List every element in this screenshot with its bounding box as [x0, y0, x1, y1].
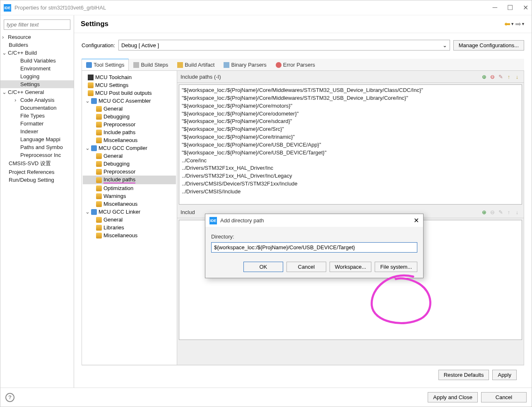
- cc-general[interactable]: General: [83, 152, 176, 160]
- tree-filetypes[interactable]: File Types: [0, 112, 74, 120]
- include-paths-list[interactable]: "${workspace_loc:/${ProjName}/Core/Middl…: [179, 84, 522, 205]
- nav-forward-icon[interactable]: ➡: [515, 19, 521, 29]
- up-icon: ↑: [508, 209, 510, 215]
- include-path-item[interactable]: ../Drivers/CMSIS/Device/ST/STM32F1xx/Inc…: [182, 180, 519, 188]
- tree-builders[interactable]: Builders: [0, 41, 74, 49]
- cc-preprocessor[interactable]: Preprocessor: [83, 168, 176, 176]
- include-path-item[interactable]: "${workspace_loc:/${ProjName}/Core/Middl…: [182, 87, 519, 94]
- cc-warnings[interactable]: Warnings: [83, 192, 176, 200]
- gear-icon: [91, 209, 97, 215]
- help-button[interactable]: ?: [5, 393, 14, 402]
- delete-icon: ⊖: [490, 209, 495, 215]
- ok-button[interactable]: OK: [243, 262, 283, 272]
- include-path-item[interactable]: ../Drivers/STM32F1xx_HAL_Driver/Inc: [182, 164, 519, 172]
- folder-icon: [96, 177, 102, 183]
- tree-preproc[interactable]: Preprocessor Inc: [0, 151, 74, 159]
- include-path-item[interactable]: "${workspace_loc:/${ProjName}/Core/trina…: [182, 133, 519, 141]
- tree-cmsis[interactable]: CMSIS-SVD 设置: [0, 159, 74, 168]
- nav-forward-menu[interactable]: ▼: [521, 22, 525, 26]
- include-path-item[interactable]: ../Core/Inc: [182, 157, 519, 165]
- tool-mcu-settings[interactable]: MCU Settings: [83, 81, 176, 89]
- tab-build-artifact[interactable]: Build Artifact: [173, 59, 219, 70]
- move-up-button[interactable]: ↑: [506, 73, 512, 80]
- ld-general[interactable]: General: [83, 216, 176, 224]
- tool-assembler[interactable]: ⌄MCU GCC Assembler: [83, 97, 176, 105]
- dialog-close-button[interactable]: ✕: [414, 217, 419, 224]
- tree-resource[interactable]: ›Resource: [0, 33, 74, 41]
- cancel-button[interactable]: Cancel: [481, 392, 527, 402]
- maximize-button[interactable]: ☐: [507, 4, 513, 12]
- tool-compiler[interactable]: ⌄MCU GCC Compiler: [83, 144, 176, 152]
- delete-button[interactable]: ⊖: [489, 73, 496, 80]
- minimize-button[interactable]: ─: [493, 4, 497, 12]
- include-path-item[interactable]: ../Drivers/CMSIS/Include: [182, 188, 519, 196]
- tab-error-parsers[interactable]: Error Parsers: [271, 59, 320, 70]
- tool-linker[interactable]: ⌄MCU GCC Linker: [83, 208, 176, 216]
- tree-codeanalysis[interactable]: ›Code Analysis: [0, 96, 74, 104]
- tree-logging[interactable]: Logging: [0, 72, 74, 80]
- restore-defaults-button[interactable]: Restore Defaults: [438, 370, 489, 380]
- tree-documentation[interactable]: Documentation: [0, 104, 74, 112]
- asm-debugging[interactable]: Debugging: [83, 113, 176, 120]
- move-down-button-2[interactable]: ↓: [514, 209, 520, 215]
- nav-back-menu[interactable]: ▼: [510, 22, 514, 26]
- ld-libraries[interactable]: Libraries: [83, 224, 176, 231]
- tree-environment[interactable]: Environment: [0, 65, 74, 72]
- include-path-item[interactable]: "${workspace_loc:/${ProjName}/Core/sdcar…: [182, 118, 519, 125]
- asm-preprocessor[interactable]: Preprocessor: [83, 120, 176, 128]
- error-icon: [276, 62, 282, 68]
- close-button[interactable]: ✕: [523, 4, 528, 12]
- include-path-item[interactable]: "${workspace_loc:/${ProjName}/Core/Src}": [182, 125, 519, 133]
- delete-button-2[interactable]: ⊖: [489, 209, 496, 215]
- folder-icon: [96, 169, 102, 175]
- manage-configurations-button[interactable]: Manage Configurations...: [453, 40, 524, 51]
- include-path-item[interactable]: ../Drivers/STM32F1xx_HAL_Driver/Inc/Lega…: [182, 172, 519, 180]
- file-system-button[interactable]: File system...: [375, 262, 417, 272]
- edit-button[interactable]: ✎: [497, 73, 504, 80]
- tab-tool-settings[interactable]: Tool Settings: [82, 59, 129, 70]
- move-down-button[interactable]: ↓: [514, 73, 520, 80]
- asm-general[interactable]: General: [83, 105, 176, 113]
- tree-ccgeneral[interactable]: ⌄C/C++ General: [0, 88, 74, 96]
- apply-button[interactable]: Apply: [492, 370, 517, 380]
- filter-input[interactable]: [4, 19, 70, 30]
- tree-indexer[interactable]: Indexer: [0, 128, 74, 135]
- tree-formatter[interactable]: Formatter: [0, 120, 74, 128]
- apply-and-close-button[interactable]: Apply and Close: [428, 392, 478, 402]
- tree-rundebug[interactable]: Run/Debug Setting: [0, 176, 74, 184]
- include-path-item[interactable]: "${workspace_loc:/${ProjName}/Core/Middl…: [182, 94, 519, 102]
- add-button[interactable]: ⊕: [481, 73, 487, 80]
- cc-misc[interactable]: Miscellaneous: [83, 200, 176, 208]
- move-up-button-2[interactable]: ↑: [506, 209, 512, 215]
- dialog-cancel-button[interactable]: Cancel: [286, 262, 326, 272]
- tab-binary-parsers[interactable]: Binary Parsers: [219, 59, 271, 70]
- ld-misc[interactable]: Miscellaneous: [83, 231, 176, 239]
- edit-button-2[interactable]: ✎: [497, 209, 504, 215]
- asm-misc[interactable]: Miscellaneous: [83, 136, 176, 144]
- tree-langmap[interactable]: Language Mappi: [0, 135, 74, 143]
- tool-toolchain[interactable]: MCU Toolchain: [83, 73, 176, 81]
- folder-icon: [96, 137, 102, 143]
- cc-include-paths[interactable]: Include paths: [83, 176, 176, 184]
- tree-settings[interactable]: Settings: [0, 80, 74, 88]
- asm-include-paths[interactable]: Include paths: [83, 128, 176, 136]
- include-path-item[interactable]: "${workspace_loc:/${ProjName}/Core/USB_D…: [182, 149, 519, 157]
- workspace-button[interactable]: Workspace...: [330, 262, 372, 272]
- cc-optimization[interactable]: Optimization: [83, 184, 176, 192]
- tool-post-build[interactable]: MCU Post build outputs: [83, 89, 176, 97]
- cc-debugging[interactable]: Debugging: [83, 160, 176, 168]
- directory-input[interactable]: [211, 242, 417, 253]
- tree-paths[interactable]: Paths and Symbo: [0, 143, 74, 151]
- tree-buildvars[interactable]: Build Variables: [0, 57, 74, 65]
- include-path-item[interactable]: "${workspace_loc:/${ProjName}/Core/USB_D…: [182, 141, 519, 149]
- tab-build-steps[interactable]: Build Steps: [129, 59, 173, 70]
- tree-projrefs[interactable]: Project References: [0, 168, 74, 176]
- tree-ccbuild[interactable]: ⌄C/C++ Build: [0, 49, 74, 57]
- include-path-item[interactable]: "${workspace_loc:/${ProjName}/Core/motor…: [182, 102, 519, 110]
- include-path-item[interactable]: "${workspace_loc:/${ProjName}/Core/odome…: [182, 110, 519, 118]
- window-title: Properties for stm32f103vet6_grblHAL: [14, 5, 493, 11]
- configuration-combo[interactable]: Debug [ Active ]⌄: [118, 40, 450, 51]
- folder-icon: [96, 193, 102, 199]
- add-button-2[interactable]: ⊕: [481, 209, 487, 215]
- nav-back-icon[interactable]: ⬅: [504, 19, 510, 29]
